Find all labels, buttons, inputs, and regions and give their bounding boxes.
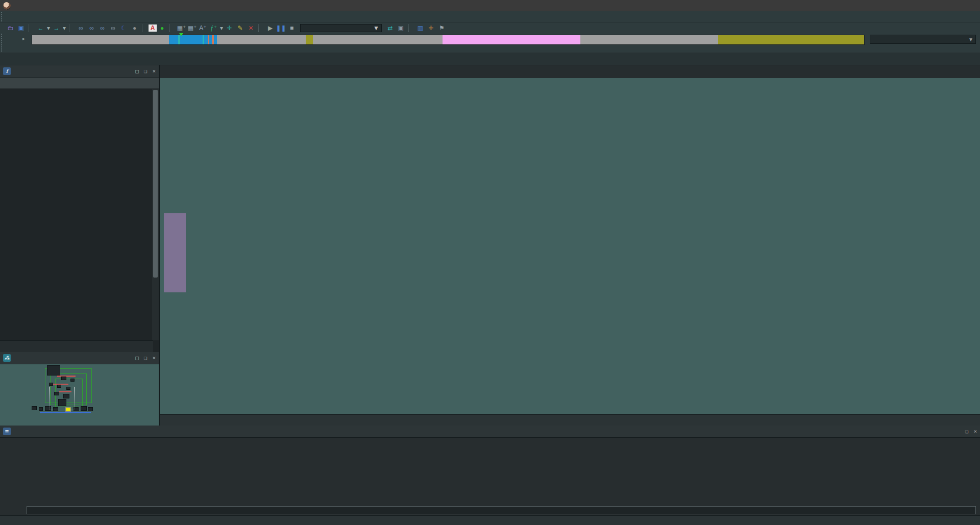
panel-close-icon[interactable]: × xyxy=(973,428,977,435)
graph-overview-panel: ⁂ □ ❏ × xyxy=(0,352,160,426)
menu-grip xyxy=(1,12,3,21)
toolbar: 🗀 ▣ ← ▾ → ▾ ∞ ∞ ∞ ∞ ☾ ● A ● ▦⁺ ▦⁺ A⁺ ƒ⁺ … xyxy=(0,23,980,33)
overview-viewport-rect[interactable] xyxy=(49,387,75,410)
graph-overview-map[interactable] xyxy=(0,364,159,426)
function-list-scrollbar[interactable] xyxy=(152,89,159,340)
panel-float-icon[interactable]: ❏ xyxy=(144,355,148,361)
search-again-icon[interactable]: ∞ xyxy=(108,23,118,33)
panel-restore-icon[interactable]: □ xyxy=(135,355,139,361)
panel-float-icon[interactable]: ❏ xyxy=(144,68,148,74)
debug-pause-icon[interactable]: ❚❚ xyxy=(276,23,286,33)
disassembly-graph[interactable] xyxy=(160,78,980,414)
debugger-select-arrow-icon: ▼ xyxy=(373,24,379,32)
attach-process-icon[interactable]: ⇄ xyxy=(385,23,396,33)
crescent-icon[interactable]: ☾ xyxy=(118,23,129,33)
debug-stop-icon[interactable]: ■ xyxy=(286,23,297,33)
band-grip xyxy=(1,34,3,52)
ida-app-icon xyxy=(3,2,11,10)
step-icon[interactable]: ▣ xyxy=(396,23,406,33)
navigate-forward-icon[interactable]: → xyxy=(51,23,62,33)
plus-icon[interactable]: ✛ xyxy=(224,23,235,33)
functions-window-titlebar[interactable]: f □ ❏ × xyxy=(0,65,159,78)
minimize-icon[interactable] xyxy=(910,0,933,11)
title-bar xyxy=(0,0,980,11)
scrollbar-thumb[interactable] xyxy=(153,90,158,278)
columns-icon[interactable]: ▥ xyxy=(415,23,426,33)
navigate-back-menu-icon[interactable]: ▾ xyxy=(46,23,51,33)
functions-window: f □ ❏ × xyxy=(0,65,160,352)
delete-cross-icon[interactable]: ✕ xyxy=(246,23,256,33)
search-binoculars-icon[interactable]: ∞ xyxy=(76,23,86,33)
graph-overview-icon: ⁂ xyxy=(3,354,11,362)
debug-run-icon[interactable]: ▶ xyxy=(265,23,276,33)
add-struct-icon[interactable]: ▦⁺ xyxy=(187,23,198,33)
open-file-icon[interactable]: 🗀 xyxy=(5,23,16,33)
search-sequence-icon[interactable]: ∞ xyxy=(97,23,108,33)
debugger-select[interactable]: ▼ xyxy=(300,24,382,32)
add-segment-icon[interactable]: ▦⁺ xyxy=(176,23,187,33)
color-legend xyxy=(0,53,980,65)
analysis-indicator-icon: ● xyxy=(157,23,167,33)
function-list-status xyxy=(0,340,153,352)
save-database-icon[interactable]: ▣ xyxy=(16,23,27,33)
flag-icon[interactable]: ⚑ xyxy=(436,23,447,33)
function-list xyxy=(0,89,152,340)
search-text-icon[interactable]: ∞ xyxy=(86,23,97,33)
nav-combo-arrow-icon: ▼ xyxy=(968,37,973,42)
clipped-node-fragment xyxy=(164,213,186,292)
navigate-forward-menu-icon[interactable]: ▾ xyxy=(62,23,67,33)
analyze-icon[interactable]: A xyxy=(149,24,157,32)
navigation-band-row: ▸ ▼ xyxy=(0,33,980,53)
band-position-marker xyxy=(179,33,183,36)
panel-close-icon[interactable]: × xyxy=(152,355,156,361)
panel-close-icon[interactable]: × xyxy=(152,68,156,74)
output-window: ≣ ❏ × xyxy=(0,426,980,525)
functions-window-icon: f xyxy=(3,67,11,75)
chevron-down-icon[interactable]: ▾ xyxy=(219,23,224,33)
panel-float-icon[interactable]: ❏ xyxy=(965,428,969,435)
output-log xyxy=(0,438,980,505)
add-function-icon[interactable]: ƒ⁺ xyxy=(208,23,219,33)
menu-bar xyxy=(0,11,980,23)
output-window-titlebar[interactable]: ≣ ❏ × xyxy=(0,426,980,438)
function-name-header[interactable] xyxy=(0,78,159,89)
nav-combo-box[interactable]: ▼ xyxy=(870,35,976,44)
idc-command-input[interactable] xyxy=(27,506,976,514)
view-tab-bar xyxy=(160,65,980,78)
graph-status-bar xyxy=(160,414,980,426)
add-type-icon[interactable]: A⁺ xyxy=(198,23,208,33)
application-status-bar xyxy=(0,515,980,525)
maximize-icon[interactable] xyxy=(933,0,957,11)
band-scroll-icon[interactable]: ▸ xyxy=(22,36,25,41)
navigate-back-icon[interactable]: ← xyxy=(35,23,46,33)
output-window-icon: ≣ xyxy=(3,428,11,435)
close-icon[interactable] xyxy=(957,0,980,11)
crosshair-icon[interactable]: ✛ xyxy=(426,23,436,33)
globe-icon[interactable]: ● xyxy=(129,23,140,33)
edit-pencil-icon[interactable]: ✎ xyxy=(235,23,246,33)
navigation-band[interactable] xyxy=(32,35,865,45)
panel-restore-icon[interactable]: □ xyxy=(135,68,139,74)
graph-overview-titlebar[interactable]: ⁂ □ ❏ × xyxy=(0,352,159,364)
